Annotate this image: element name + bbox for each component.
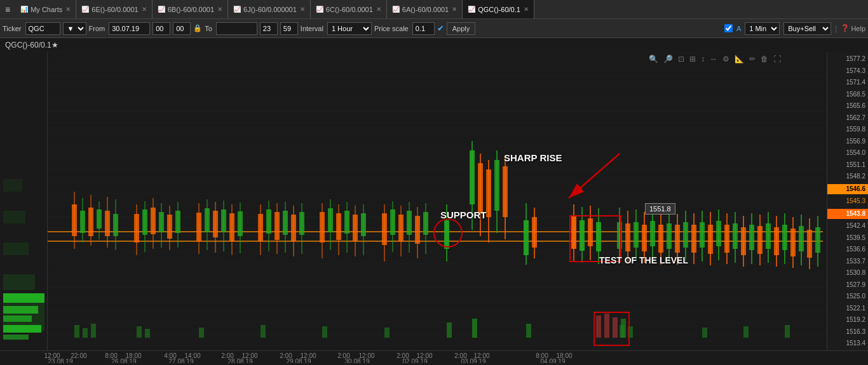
svg-rect-27 — [134, 214, 139, 242]
measure-icon[interactable]: 📐 — [733, 53, 745, 65]
tab-6c[interactable]: 📈 6C()-60/0.0001 ✕ — [311, 0, 387, 18]
tab-6b[interactable]: 📈 6B()-60/0.0001 ✕ — [153, 0, 228, 18]
from-date-input[interactable] — [109, 22, 150, 35]
tab-close[interactable]: ✕ — [376, 6, 381, 13]
date-0309: 03.09.19 — [461, 358, 486, 363]
svg-rect-41 — [205, 208, 210, 232]
svg-rect-129 — [691, 225, 696, 253]
svg-rect-105 — [580, 220, 585, 251]
svg-rect-161 — [83, 328, 88, 338]
tab-close[interactable]: ✕ — [452, 6, 457, 13]
interval-select[interactable]: 1 Hour 5 Min 15 Min 30 Min Daily — [327, 22, 372, 35]
price-1527: 1527.9 — [827, 281, 868, 289]
from-min-input[interactable] — [173, 22, 191, 35]
date-2308: 23.08.19 — [48, 358, 73, 363]
zoom-in-icon[interactable]: 🔍 — [648, 53, 660, 65]
chart-canvas[interactable]: 🔍 🔎 ⊡ ⊞ ↕ ↔ ⚙ 📐 ✏ 🗑 ⛶ — [48, 52, 827, 350]
svg-rect-47 — [229, 213, 234, 241]
price-1536: 1536.6 — [827, 245, 868, 254]
settings-icon[interactable]: ⚙ — [721, 53, 731, 65]
draw-icon[interactable]: ✏ — [748, 53, 757, 65]
tab-close[interactable]: ✕ — [65, 6, 71, 13]
svg-rect-93 — [486, 169, 491, 217]
tab-6j[interactable]: 📈 6J()-60/0.000001 ✕ — [228, 0, 311, 18]
svg-rect-171 — [526, 324, 531, 338]
svg-rect-174 — [613, 317, 618, 338]
tab-6e[interactable]: 📈 6E()-60/0.0001 ✕ — [76, 0, 152, 18]
svg-rect-143 — [749, 225, 754, 250]
svg-rect-5 — [3, 293, 44, 303]
svg-rect-37 — [175, 211, 180, 233]
svg-rect-71 — [353, 215, 358, 241]
tab-label: 6C()-60/0.0001 — [326, 6, 373, 13]
svg-rect-73 — [361, 213, 366, 236]
order-side-select[interactable]: Buy+Sell Buy Sell — [783, 22, 831, 35]
svg-rect-147 — [766, 223, 771, 249]
timeframe-select[interactable]: 1 Min 5 Min — [745, 22, 780, 35]
ticker-select[interactable]: ▼ — [63, 22, 86, 35]
date-bar: 12:00 22:00 23.08.19 8:00 18:00 26.08.19… — [0, 350, 868, 363]
svg-rect-11 — [48, 52, 827, 350]
svg-rect-153 — [790, 229, 796, 256]
svg-rect-157 — [807, 230, 812, 258]
scroll-v-icon[interactable]: ↕ — [700, 53, 706, 65]
price-axis: 1577.2 1574.3 1571.4 1568.5 1565.6 1562.… — [827, 52, 868, 350]
chart-header: QGC()-60/0.1★ — [0, 38, 868, 52]
svg-rect-4 — [3, 179, 22, 192]
to-date-input[interactable] — [216, 22, 257, 35]
svg-rect-65 — [328, 208, 333, 232]
svg-rect-61 — [299, 212, 304, 235]
svg-rect-145 — [757, 226, 763, 254]
svg-rect-7 — [3, 315, 32, 322]
svg-rect-127 — [683, 222, 688, 248]
tab-qgc[interactable]: 📈 QGC()-60/0.1 ✕ — [463, 0, 534, 18]
svg-rect-3 — [3, 211, 25, 223]
ticker-input[interactable] — [25, 22, 60, 35]
svg-rect-69 — [344, 211, 349, 234]
svg-rect-85 — [423, 212, 428, 235]
tab-close[interactable]: ✕ — [300, 6, 305, 13]
svg-rect-6 — [3, 306, 38, 314]
lock-icon[interactable]: 🔒 — [193, 24, 202, 32]
menu-icon[interactable]: ≡ — [0, 4, 15, 15]
zoom-out-icon[interactable]: 🔎 — [662, 53, 674, 65]
auto-checkbox[interactable] — [724, 24, 733, 32]
ticker-label: Ticker — [3, 25, 22, 32]
to-hour-input[interactable] — [260, 22, 278, 35]
svg-rect-39 — [196, 213, 201, 241]
price-scale-input[interactable] — [412, 22, 435, 35]
tab-close[interactable]: ✕ — [217, 6, 222, 13]
help-button[interactable]: ❓ Help — [841, 24, 865, 32]
price-1513: 1513.4 — [827, 339, 868, 348]
svg-rect-179 — [743, 326, 749, 338]
svg-rect-155 — [799, 226, 804, 251]
svg-rect-91 — [478, 163, 483, 214]
svg-rect-109 — [596, 222, 601, 251]
tab-close[interactable]: ✕ — [142, 6, 147, 13]
scroll-h-icon[interactable]: ↔ — [709, 53, 719, 65]
svg-rect-165 — [199, 328, 204, 338]
svg-rect-49 — [238, 211, 243, 236]
tab-label: 6J()-60/0.000001 — [243, 6, 297, 13]
zoom-fit-icon[interactable]: ⊡ — [677, 53, 686, 65]
tab-my-charts[interactable]: 📊 My Charts ✕ — [15, 0, 76, 18]
expand-icon[interactable]: ⛶ — [772, 53, 782, 65]
apply-button[interactable]: Apply — [447, 22, 476, 35]
svg-rect-89 — [470, 150, 475, 204]
price-1545: 1545.3 — [827, 197, 868, 206]
to-min-input[interactable] — [280, 22, 298, 35]
date-0209: 02.09.19 — [403, 358, 428, 363]
svg-rect-121 — [658, 225, 663, 253]
svg-rect-43 — [213, 211, 218, 237]
tab-close[interactable]: ✕ — [524, 6, 529, 13]
grid-icon[interactable]: ⊞ — [688, 53, 697, 65]
svg-rect-29 — [142, 209, 147, 235]
svg-rect-45 — [221, 209, 226, 232]
delete-icon[interactable]: 🗑 — [759, 53, 770, 65]
price-1525: 1525.0 — [827, 292, 868, 301]
from-hour-input[interactable] — [153, 22, 170, 35]
svg-rect-79 — [398, 215, 403, 241]
svg-rect-170 — [472, 319, 477, 338]
toolbar: Ticker ▼ From 🔒 To Interval 1 Hour 5 Min… — [0, 19, 868, 38]
tab-6a[interactable]: 📈 6A()-60/0.0001 ✕ — [387, 0, 463, 18]
